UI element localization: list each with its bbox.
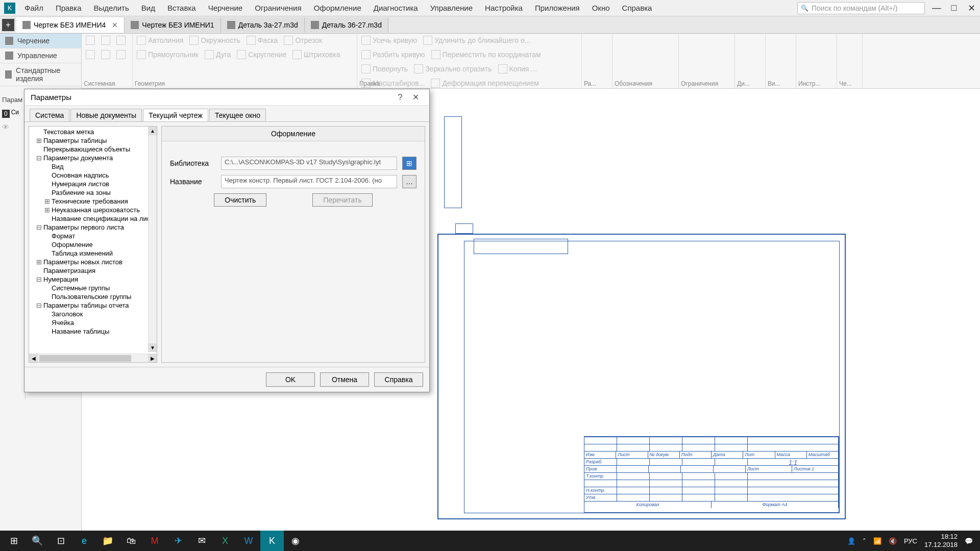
fillet-button[interactable]: Скругление	[235, 49, 288, 60]
dialog-help-button[interactable]: ?	[393, 93, 408, 102]
reread-button[interactable]: Перечитать	[312, 193, 373, 207]
help-button[interactable]: Справка	[374, 372, 423, 387]
telegram-icon[interactable]: ✈	[166, 531, 190, 551]
tree-item[interactable]: ⊞Технические требования	[29, 197, 157, 206]
new-button[interactable]	[84, 35, 97, 46]
collapse-icon[interactable]: ⊟	[36, 223, 42, 231]
mail-icon[interactable]: ✉	[190, 531, 213, 551]
collapse-icon[interactable]: ⊟	[36, 302, 42, 309]
segment-button[interactable]: Отрезок	[282, 35, 324, 46]
chamfer-button[interactable]: Фаска	[244, 35, 280, 46]
name-browse-button[interactable]: …	[402, 175, 416, 188]
eye-icon[interactable]: 👁	[2, 123, 23, 131]
tree-item[interactable]: ⊟Параметры таблицы отчета	[29, 301, 157, 310]
menu-window[interactable]: Окно	[587, 2, 615, 14]
menu-help[interactable]: Справка	[617, 2, 657, 14]
menu-view[interactable]: Вид	[136, 2, 160, 14]
explorer-icon[interactable]: 📁	[96, 531, 119, 551]
trim-button[interactable]: Усечь кривую	[359, 35, 419, 46]
lang-indicator[interactable]: РУС	[904, 537, 917, 545]
close-button[interactable]: ✕	[963, 1, 980, 15]
menu-apps[interactable]: Приложения	[530, 2, 585, 14]
redo-button[interactable]	[114, 49, 128, 60]
menu-select[interactable]: Выделить	[89, 2, 134, 14]
cancel-button[interactable]: Отмена	[320, 372, 369, 387]
minimize-button[interactable]: —	[928, 1, 945, 15]
kompas-icon[interactable]: K	[260, 531, 284, 551]
open-button[interactable]	[99, 35, 112, 46]
tree-hscrollbar[interactable]: ◀ ▶	[29, 354, 157, 362]
clear-button[interactable]: Очистить	[214, 193, 266, 207]
dlg-tab-system[interactable]: Система	[30, 109, 69, 121]
tree-item[interactable]: ⊟Параметры документа	[29, 154, 157, 162]
hatch-button[interactable]: Штриховка	[290, 49, 342, 60]
circle-button[interactable]: Окружность	[187, 35, 242, 46]
tree-item[interactable]: ⊟Параметры первого листа	[29, 223, 157, 232]
menu-insert[interactable]: Вставка	[162, 2, 201, 14]
expand-icon[interactable]: ⊞	[44, 206, 51, 214]
tree-item[interactable]: Заголовок	[29, 310, 157, 318]
tree-item[interactable]: Системные группы	[29, 284, 157, 292]
undo-button[interactable]	[99, 49, 112, 60]
mode-manage[interactable]: Управление	[0, 48, 81, 63]
tree-item[interactable]: Пользовательские группы	[29, 292, 157, 301]
add-tab-button[interactable]: +	[2, 19, 14, 31]
volume-icon[interactable]: 🔇	[889, 537, 897, 545]
expand-icon[interactable]: ⊞	[44, 197, 51, 205]
tree-item[interactable]: Перекрывающиеся объекты	[29, 145, 157, 154]
tree-item[interactable]: Вид	[29, 162, 157, 171]
extend-button[interactable]: Удлинить до ближайшего о...	[421, 35, 532, 46]
people-icon[interactable]: 👤	[847, 537, 855, 545]
tree-item[interactable]: Текстовая метка	[29, 128, 157, 136]
dlg-tab-window[interactable]: Текущее окно	[209, 109, 266, 121]
edge-icon[interactable]: e	[72, 531, 96, 551]
menu-settings[interactable]: Настройка	[480, 2, 528, 14]
rotate-button[interactable]: Повернуть	[359, 63, 410, 74]
doc-tab-3[interactable]: Деталь 3а-27.m3d	[221, 17, 305, 33]
clock[interactable]: 18:12 17.12.2018	[924, 533, 958, 548]
scroll-up-icon[interactable]: ▲	[149, 127, 157, 135]
collapse-icon[interactable]: ⊟	[36, 154, 42, 162]
expand-icon[interactable]: ⊞	[36, 137, 42, 144]
menu-diagnostics[interactable]: Диагностика	[369, 2, 423, 14]
close-icon[interactable]: ✕	[112, 21, 118, 29]
search-icon[interactable]: 🔍	[26, 531, 49, 551]
doc-tab-4[interactable]: Деталь 36-27.m3d	[305, 17, 388, 33]
dlg-tab-current[interactable]: Текущий чертеж	[143, 109, 208, 121]
taskview-icon[interactable]: ⊡	[49, 531, 72, 551]
tree-item[interactable]: Формат	[29, 232, 157, 240]
scroll-down-icon[interactable]: ▼	[149, 343, 157, 352]
menu-design[interactable]: Оформление	[309, 2, 366, 14]
tree-item[interactable]: Ячейка	[29, 318, 157, 327]
tree-item[interactable]: Разбиение на зоны	[29, 188, 157, 197]
copy-button[interactable]: Копия ...	[496, 63, 539, 74]
library-browse-button[interactable]: ⊞	[402, 157, 416, 170]
tree-item[interactable]: Оформление	[29, 240, 157, 249]
tree-item[interactable]: Таблица изменений	[29, 249, 157, 258]
settings-tree[interactable]: Текстовая метка⊞Параметры таблицыПерекры…	[29, 126, 157, 363]
expand-icon[interactable]: ⊞	[36, 258, 42, 266]
doc-tab-2[interactable]: Чертеж БЕЗ ИМЕНИ1	[125, 17, 220, 33]
tree-item[interactable]: ⊟Нумерация	[29, 275, 157, 284]
print-button[interactable]	[84, 49, 97, 60]
name-input[interactable]: Чертеж констр. Первый лист. ГОСТ 2.104-2…	[221, 175, 397, 188]
save-button[interactable]	[114, 35, 128, 46]
tree-item[interactable]: Название спецификации на лист	[29, 214, 157, 223]
mode-drawing[interactable]: Черчение	[0, 34, 81, 48]
tree-item[interactable]: ⊞Параметры новых листов	[29, 258, 157, 266]
collapse-icon[interactable]: ⊟	[36, 276, 42, 283]
menu-manage[interactable]: Управление	[425, 2, 478, 14]
tree-vscrollbar[interactable]: ▲ ▼	[148, 127, 157, 352]
menu-file[interactable]: Файл	[19, 2, 48, 14]
dlg-tab-newdocs[interactable]: Новые документы	[70, 109, 142, 121]
tree-item[interactable]: Название таблицы	[29, 327, 157, 336]
arc-button[interactable]: Дуга	[203, 49, 233, 60]
mirror-button[interactable]: Зеркально отразить	[412, 63, 494, 74]
tree-item[interactable]: Нумерация листов	[29, 180, 157, 188]
doc-tab-1[interactable]: Чертеж БЕЗ ИМЕНИ4 ✕	[16, 17, 125, 33]
menu-constraints[interactable]: Ограничения	[250, 2, 306, 14]
scroll-right-icon[interactable]: ▶	[148, 354, 157, 363]
split-button[interactable]: Разбить кривую	[359, 49, 427, 60]
mcafee-icon[interactable]: M	[143, 531, 166, 551]
move-button[interactable]: Переместить по координатам	[429, 49, 543, 60]
